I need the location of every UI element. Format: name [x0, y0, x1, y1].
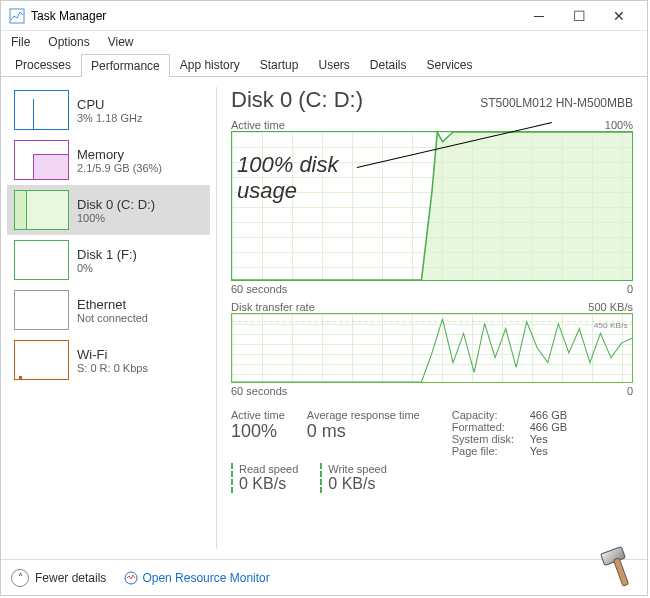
- sidebar-item-disk1[interactable]: Disk 1 (F:) 0%: [7, 235, 210, 285]
- memory-thumb: [14, 140, 69, 180]
- write-speed-value: 0 KB/s: [328, 475, 387, 493]
- write-speed-label: Write speed: [328, 463, 387, 475]
- tab-services[interactable]: Services: [417, 53, 483, 76]
- graph1-label: Active time: [231, 119, 285, 131]
- graph1-xstart: 60 seconds: [231, 283, 287, 295]
- sidebar-item-wifi[interactable]: Wi-Fi S: 0 R: 0 Kbps: [7, 335, 210, 385]
- graph1-max: 100%: [605, 119, 633, 131]
- tab-users[interactable]: Users: [308, 53, 359, 76]
- graph2-xend: 0: [627, 385, 633, 397]
- body: CPU 3% 1.18 GHz Memory 2.1/5.9 GB (36%) …: [1, 77, 647, 559]
- sidebar-title: CPU: [77, 97, 142, 112]
- tab-app-history[interactable]: App history: [170, 53, 250, 76]
- tab-details[interactable]: Details: [360, 53, 417, 76]
- read-speed-label: Read speed: [239, 463, 298, 475]
- sidebar-title: Disk 1 (F:): [77, 247, 137, 262]
- sidebar-item-memory[interactable]: Memory 2.1/5.9 GB (36%): [7, 135, 210, 185]
- disk-model: ST500LM012 HN-M500MBB: [480, 96, 633, 110]
- sidebar-title: Memory: [77, 147, 162, 162]
- page-title: Disk 0 (C: D:): [231, 87, 363, 113]
- svg-rect-4: [601, 547, 626, 566]
- transfer-rate-graph[interactable]: 450 KB/s: [231, 313, 633, 383]
- sidebar-sub: S: 0 R: 0 Kbps: [77, 362, 148, 374]
- maximize-button[interactable]: ☐: [559, 2, 599, 30]
- graph1-xend: 0: [627, 283, 633, 295]
- avg-resp-value: 0 ms: [307, 421, 420, 442]
- active-time-value: 100%: [231, 421, 285, 442]
- tab-performance[interactable]: Performance: [81, 54, 170, 77]
- sidebar-item-cpu[interactable]: CPU 3% 1.18 GHz: [7, 85, 210, 135]
- menu-file[interactable]: File: [11, 35, 30, 49]
- hammer-icon: [596, 544, 646, 594]
- menu-options[interactable]: Options: [48, 35, 89, 49]
- sidebar-sub: Not connected: [77, 312, 148, 324]
- window-controls: ─ ☐ ✕: [519, 2, 639, 30]
- close-button[interactable]: ✕: [599, 2, 639, 30]
- sidebar: CPU 3% 1.18 GHz Memory 2.1/5.9 GB (36%) …: [1, 77, 216, 559]
- titlebar[interactable]: Task Manager ─ ☐ ✕: [1, 1, 647, 31]
- window-title: Task Manager: [31, 9, 519, 23]
- tab-startup[interactable]: Startup: [250, 53, 309, 76]
- graph2-label: Disk transfer rate: [231, 301, 315, 313]
- disk-info: Capacity:466 GB Formatted:466 GB System …: [452, 409, 567, 457]
- menu-view[interactable]: View: [108, 35, 134, 49]
- sidebar-item-ethernet[interactable]: Ethernet Not connected: [7, 285, 210, 335]
- chevron-up-icon: ˄: [11, 569, 29, 587]
- graph2-xstart: 60 seconds: [231, 385, 287, 397]
- wifi-thumb: [14, 340, 69, 380]
- svg-rect-0: [10, 9, 24, 23]
- active-time-label: Active time: [231, 409, 285, 421]
- svg-text:450 KB/s: 450 KB/s: [594, 321, 628, 330]
- open-resource-monitor-link[interactable]: Open Resource Monitor: [124, 571, 269, 585]
- sidebar-title: Disk 0 (C: D:): [77, 197, 155, 212]
- sidebar-sub: 3% 1.18 GHz: [77, 112, 142, 124]
- task-manager-window: Task Manager ─ ☐ ✕ File Options View Pro…: [0, 0, 648, 596]
- sidebar-item-disk0[interactable]: Disk 0 (C: D:) 100%: [7, 185, 210, 235]
- sidebar-sub: 0%: [77, 262, 137, 274]
- footer: ˄ Fewer details Open Resource Monitor: [1, 559, 647, 595]
- menubar: File Options View: [1, 31, 647, 53]
- minimize-button[interactable]: ─: [519, 2, 559, 30]
- graph2-max: 500 KB/s: [588, 301, 633, 313]
- tab-processes[interactable]: Processes: [5, 53, 81, 76]
- sidebar-sub: 100%: [77, 212, 155, 224]
- avg-resp-label: Average response time: [307, 409, 420, 421]
- sidebar-title: Ethernet: [77, 297, 148, 312]
- read-speed-value: 0 KB/s: [239, 475, 298, 493]
- resource-monitor-icon: [124, 571, 138, 585]
- sidebar-sub: 2.1/5.9 GB (36%): [77, 162, 162, 174]
- sidebar-title: Wi-Fi: [77, 347, 148, 362]
- fewer-details-button[interactable]: ˄ Fewer details: [11, 569, 106, 587]
- cpu-thumb: [14, 90, 69, 130]
- active-time-graph[interactable]: [231, 131, 633, 281]
- disk-thumb: [14, 190, 69, 230]
- app-icon: [9, 8, 25, 24]
- ethernet-thumb: [14, 290, 69, 330]
- main-panel: Disk 0 (C: D:) ST500LM012 HN-M500MBB Act…: [217, 77, 647, 559]
- svg-rect-5: [613, 558, 628, 586]
- tab-bar: Processes Performance App history Startu…: [1, 53, 647, 77]
- disk-thumb: [14, 240, 69, 280]
